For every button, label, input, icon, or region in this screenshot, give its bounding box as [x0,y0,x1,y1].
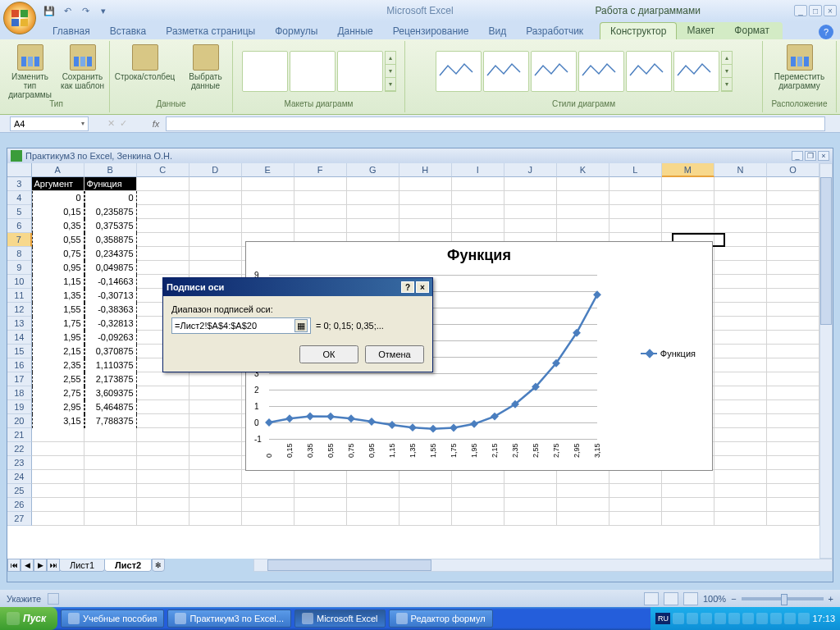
cell[interactable] [767,428,819,442]
tray-icon[interactable] [673,613,684,624]
tab-Главная[interactable]: Главная [43,23,100,39]
row-header[interactable]: 17 [7,372,32,386]
cell[interactable] [504,470,557,484]
cell[interactable] [714,428,767,442]
cell[interactable] [767,205,819,219]
cell[interactable] [242,498,294,512]
cell[interactable] [662,205,714,219]
select-all-corner[interactable] [7,163,32,177]
maximize-icon[interactable]: □ [809,5,822,16]
cell[interactable] [767,303,819,317]
cell[interactable] [714,177,767,191]
cell[interactable] [294,498,347,512]
normal-view-icon[interactable] [644,592,659,605]
cell[interactable] [714,442,767,456]
col-header[interactable]: B [84,163,137,177]
cell[interactable] [294,470,347,484]
sheet-nav-next[interactable]: ▶ [34,559,47,572]
cell[interactable] [84,470,137,484]
col-header[interactable]: N [714,163,767,177]
cell[interactable] [714,219,767,233]
cell[interactable] [189,205,242,219]
cell[interactable] [32,498,84,512]
cell[interactable] [137,456,189,470]
cell[interactable] [767,247,819,261]
layout-gallery-more[interactable]: ▴▾▾ [385,51,396,92]
cell[interactable] [137,470,189,484]
cell[interactable] [714,512,767,526]
cell[interactable] [714,275,767,289]
select-data-button[interactable]: Выбрать данные [181,43,231,90]
row-header[interactable]: 13 [7,317,32,331]
row-header[interactable]: 4 [7,191,32,205]
cell[interactable]: 7,788375 [84,414,137,428]
cell[interactable] [137,219,189,233]
qat-customize-icon[interactable]: ▾ [97,4,110,17]
cell[interactable] [662,191,714,205]
cell[interactable] [294,512,347,526]
cell[interactable] [504,177,557,191]
cell[interactable]: 0,95 [32,261,84,275]
tray-icon[interactable] [728,613,740,624]
zoom-in-icon[interactable]: + [829,594,833,604]
cell[interactable] [714,233,767,247]
col-header[interactable]: O [767,163,819,177]
cell[interactable] [347,219,399,233]
tray-icon[interactable] [701,613,712,624]
cell[interactable] [767,512,819,526]
wb-close-icon[interactable]: × [818,151,829,161]
cell[interactable] [137,400,189,414]
qat-redo-icon[interactable]: ↷ [79,4,92,17]
cell[interactable] [189,442,242,456]
cell[interactable] [137,372,189,386]
cell[interactable] [189,512,242,526]
cell[interactable] [452,205,504,219]
style-gallery-item[interactable] [673,51,719,92]
zoom-slider[interactable] [742,597,824,600]
cell[interactable] [557,191,609,205]
cell[interactable]: Аргумент [32,177,84,191]
cell[interactable] [714,414,767,428]
col-header[interactable]: J [504,163,557,177]
cell[interactable] [714,498,767,512]
cell[interactable] [714,345,767,358]
cell[interactable] [294,191,347,205]
cell[interactable] [557,177,609,191]
cell[interactable]: 0 [84,191,137,205]
cell[interactable] [347,512,399,526]
cell[interactable] [347,484,399,498]
cell[interactable] [189,247,242,261]
cell[interactable] [84,428,137,442]
wb-restore-icon[interactable]: ❐ [805,151,816,161]
cell[interactable] [714,400,767,414]
row-header[interactable]: 18 [7,386,32,400]
cell[interactable]: 3,609375 [84,386,137,400]
cell[interactable]: 0,75 [32,247,84,261]
cell[interactable]: 0,234375 [84,247,137,261]
ok-button[interactable]: ОК [299,345,358,363]
row-header[interactable]: 6 [7,219,32,233]
cell[interactable] [714,331,767,345]
cell[interactable]: 2,35 [32,358,84,372]
close-icon[interactable]: × [824,5,837,16]
cell[interactable]: 1,35 [32,289,84,303]
cell[interactable] [137,247,189,261]
cell[interactable]: 1,15 [32,275,84,289]
cell[interactable] [767,331,819,345]
cell[interactable] [189,372,242,386]
cell[interactable] [609,219,662,233]
cell[interactable] [557,512,609,526]
row-header[interactable]: 19 [7,400,32,414]
sheet-nav-last[interactable]: ⏭ [47,559,60,572]
tab-Формат[interactable]: Формат [724,22,779,39]
layout-gallery-item[interactable] [337,51,383,92]
style-gallery-more[interactable]: ▴▾▾ [721,51,733,92]
cell[interactable] [452,470,504,484]
col-header[interactable]: I [452,163,504,177]
cell[interactable] [662,177,714,191]
style-gallery-item[interactable] [578,51,624,92]
cell[interactable] [137,512,189,526]
cell[interactable] [242,219,294,233]
cell[interactable]: -0,32813 [84,317,137,331]
cell[interactable] [137,484,189,498]
